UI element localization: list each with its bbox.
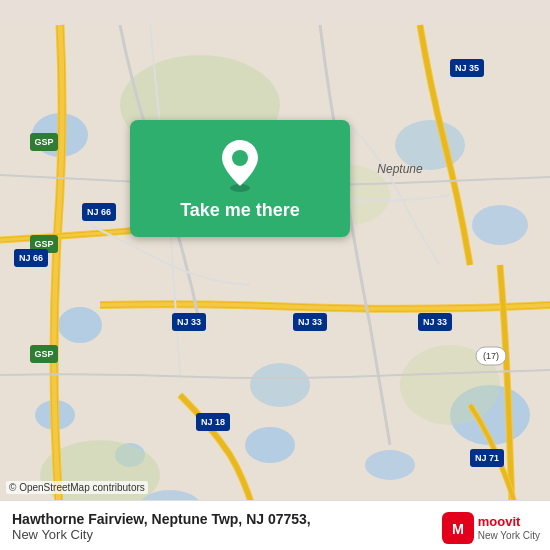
city-line: New York City (12, 527, 311, 542)
svg-text:(17): (17) (483, 351, 499, 361)
take-me-there-label: Take me there (180, 200, 300, 221)
moovit-icon: M (442, 512, 474, 544)
svg-text:Neptune: Neptune (377, 162, 423, 176)
svg-text:NJ 71: NJ 71 (475, 453, 499, 463)
address-line: Hawthorne Fairview, Neptune Twp, NJ 0775… (12, 511, 311, 527)
svg-text:GSP: GSP (34, 239, 53, 249)
svg-text:NJ 66: NJ 66 (87, 207, 111, 217)
osm-attribution: © OpenStreetMap contributors (6, 481, 148, 494)
moovit-text: moovit New York City (478, 515, 540, 540)
svg-text:NJ 18: NJ 18 (201, 417, 225, 427)
svg-text:NJ 66: NJ 66 (19, 253, 43, 263)
map-svg: GSP GSP GSP NJ 66 NJ 66 NJ 35 NJ 33 NJ 3… (0, 0, 550, 550)
svg-point-10 (365, 450, 415, 480)
svg-text:NJ 33: NJ 33 (177, 317, 201, 327)
svg-text:GSP: GSP (34, 137, 53, 147)
svg-point-6 (245, 427, 295, 463)
svg-point-5 (250, 363, 310, 407)
moovit-logo: M moovit New York City (442, 512, 540, 544)
moovit-sub-label: New York City (478, 530, 540, 541)
svg-text:NJ 33: NJ 33 (298, 317, 322, 327)
take-me-there-button[interactable]: Take me there (130, 120, 350, 237)
location-pin-icon (218, 138, 262, 192)
svg-text:GSP: GSP (34, 349, 53, 359)
svg-text:NJ 35: NJ 35 (455, 63, 479, 73)
svg-point-8 (472, 205, 528, 245)
bottom-bar: Hawthorne Fairview, Neptune Twp, NJ 0775… (0, 500, 550, 550)
svg-text:M: M (452, 521, 464, 537)
svg-text:NJ 33: NJ 33 (423, 317, 447, 327)
svg-point-43 (232, 150, 248, 166)
svg-point-2 (58, 307, 102, 343)
moovit-brand-label: moovit (478, 515, 540, 529)
map-container: GSP GSP GSP NJ 66 NJ 66 NJ 35 NJ 33 NJ 3… (0, 0, 550, 550)
